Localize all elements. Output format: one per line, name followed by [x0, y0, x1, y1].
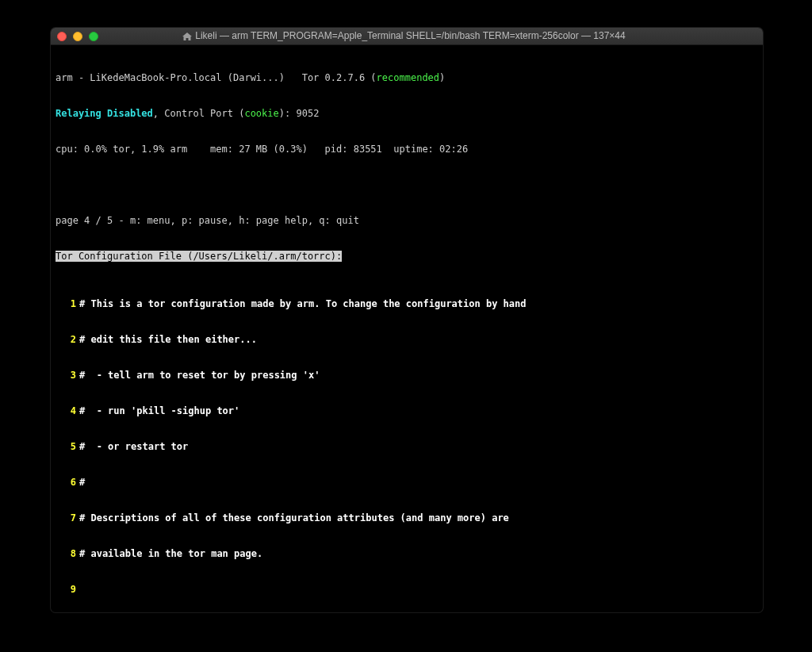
cookie-label: cookie: [244, 108, 278, 119]
terminal-body[interactable]: arm - LiKedeMacBook-Pro.local (Darwi...)…: [51, 45, 763, 612]
torrc-line-5: 5# - or restart tor: [56, 441, 758, 453]
recommended-label: recommended: [377, 72, 439, 83]
file-path-bar: Tor Configuration File (/Users/Likeli/.a…: [56, 251, 342, 262]
torrc-line-9: 9: [56, 584, 758, 596]
maximize-icon[interactable]: [89, 32, 98, 41]
torrc-line-1: 1# This is a tor configuration made by a…: [56, 298, 758, 310]
window-title: Likeli — arm TERM_PROGRAM=Apple_Terminal…: [104, 30, 703, 42]
traffic-lights: [57, 32, 98, 41]
header-line-1: arm - LiKedeMacBook-Pro.local (Darwi...)…: [56, 72, 758, 84]
torrc-line-7: 7# Descriptions of all of these configur…: [56, 512, 758, 524]
pager-line: page 4 / 5 - m: menu, p: pause, h: page …: [56, 215, 758, 227]
torrc-line-3: 3# - tell arm to reset tor by pressing '…: [56, 370, 758, 382]
blank-row: [56, 179, 758, 191]
tor-version: Tor 0.2.7.6 (: [302, 72, 377, 83]
terminal-window: Likeli — arm TERM_PROGRAM=Apple_Terminal…: [51, 28, 763, 612]
torrc-line-2: 2# edit this file then either...: [56, 334, 758, 346]
window-title-text: Likeli — arm TERM_PROGRAM=Apple_Terminal…: [195, 30, 625, 42]
minimize-icon[interactable]: [73, 32, 82, 41]
stats-line: cpu: 0.0% tor, 1.9% arm mem: 27 MB (0.3%…: [56, 144, 758, 155]
home-icon: [182, 32, 192, 40]
torrc-line-4: 4# - run 'pkill -sighup tor': [56, 405, 758, 417]
hostline: arm - LiKedeMacBook-Pro.local (Darwi...): [56, 72, 285, 83]
titlebar: Likeli — arm TERM_PROGRAM=Apple_Terminal…: [51, 28, 763, 45]
close-icon[interactable]: [57, 32, 67, 41]
header-line-2: Relaying Disabled, Control Port (cookie)…: [56, 108, 758, 120]
relaying-label: Relaying Disabled: [56, 108, 153, 119]
torrc-line-6: 6#: [56, 477, 758, 489]
torrc-line-8: 8# available in the tor man page.: [56, 548, 758, 560]
file-header: Tor Configuration File (/Users/Likeli/.a…: [56, 251, 758, 263]
